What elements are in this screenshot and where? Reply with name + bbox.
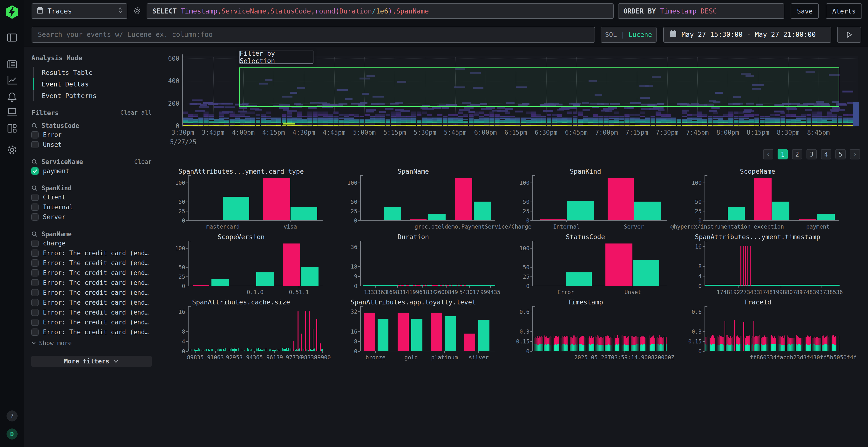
language-toggle[interactable]: SQL | Lucene: [600, 27, 656, 43]
chart-spankind[interactable]: SpanKind02550100InternalServer: [513, 166, 685, 232]
lucene-toggle[interactable]: Lucene: [628, 31, 652, 38]
run-query-button[interactable]: [837, 27, 861, 43]
filter-option[interactable]: payment: [31, 166, 152, 176]
sql-toggle[interactable]: SQL: [605, 31, 617, 38]
checkbox[interactable]: [31, 204, 38, 211]
bar: [567, 201, 594, 220]
search-input[interactable]: [32, 27, 595, 43]
checkbox[interactable]: [31, 269, 38, 276]
sessions-laptop-icon[interactable]: [7, 107, 18, 116]
checkbox[interactable]: [31, 260, 38, 267]
checkbox[interactable]: [31, 194, 38, 201]
analysis-mode-item-results-table[interactable]: Results Table: [33, 67, 152, 78]
timeline-y-tick: 200: [168, 100, 179, 107]
checkbox[interactable]: [31, 289, 38, 296]
pagination-page-3[interactable]: 3: [807, 149, 817, 160]
chart-statuscode[interactable]: StatusCode02550100ErrorUnset: [513, 232, 685, 297]
chart-spanattributes-yment-timestamp[interactable]: SpanAttributes...yment.timestamp04816174…: [685, 232, 858, 297]
pagination-page-5[interactable]: 5: [835, 149, 845, 160]
selection-rectangle[interactable]: [239, 67, 839, 107]
pagination-prev[interactable]: ‹: [763, 149, 773, 160]
filter-option[interactable]: Error: The credit card (end…: [31, 248, 152, 258]
chart-duration[interactable]: Duration09183613333631698314199618342600…: [341, 232, 513, 297]
filter-group-spanname: SpanNamechargeError: The credit card (en…: [31, 230, 152, 337]
filter-by-selection-tooltip[interactable]: Filter by Selection: [239, 50, 313, 64]
pagination-next[interactable]: ›: [850, 149, 860, 160]
chart-spanattributes-yment-card-type[interactable]: SpanAttributes...yment.card_type02550100…: [169, 166, 341, 232]
clear-link[interactable]: Clear: [134, 159, 152, 165]
filter-option[interactable]: Unset: [31, 140, 152, 149]
filter-option[interactable]: charge: [31, 238, 152, 248]
show-more-link[interactable]: Show more: [31, 339, 152, 347]
chart-scopename[interactable]: ScopeName02550100@hyperdx/instrumentatio…: [685, 166, 858, 232]
chart-timestamp[interactable]: Timestamp00.150.30.62025-05-28T03:59:14.…: [513, 297, 685, 363]
chart-explorer-icon[interactable]: [7, 75, 17, 85]
sidebar-toggle-icon[interactable]: [7, 33, 18, 42]
checkbox[interactable]: [31, 167, 38, 175]
filter-option[interactable]: Server: [31, 212, 152, 222]
filter-option[interactable]: Error: The credit card (end…: [31, 268, 152, 278]
chart-title: SpanAttributes.app.loyalty.level: [334, 299, 493, 306]
filter-option[interactable]: Error: The credit card (end…: [31, 287, 152, 298]
source-icon: [36, 6, 44, 16]
alerts-button[interactable]: Alerts: [826, 3, 862, 19]
x-tick-label: 999435: [480, 289, 500, 295]
x-tick-label: 94365: [246, 354, 263, 360]
chart-spanattributes-cache-size[interactable]: SpanAttributes.cache.size048168983591063…: [169, 297, 341, 363]
y-tick-label: 50: [523, 264, 529, 271]
timeline-plot[interactable]: [183, 56, 858, 126]
save-button[interactable]: Save: [790, 3, 819, 19]
pagination-page-2[interactable]: 2: [792, 149, 802, 160]
filter-option[interactable]: Error: The credit card (end…: [31, 327, 152, 337]
hyperdx-logo[interactable]: [5, 5, 19, 19]
checkbox[interactable]: [31, 299, 38, 306]
source-select[interactable]: Traces: [32, 3, 127, 19]
source-settings-gear-icon[interactable]: [133, 6, 141, 16]
checkbox[interactable]: [31, 279, 38, 286]
order-by-input[interactable]: ORDER BY Timestamp DESC: [618, 3, 784, 19]
checkbox[interactable]: [31, 319, 38, 326]
timeline-x-tick: 6:45pm: [565, 129, 588, 136]
chart-spanname[interactable]: SpanName02550100grpc.oteldemo.PaymentSer…: [341, 166, 513, 232]
dashboards-icon[interactable]: [7, 124, 17, 133]
spike: [740, 246, 741, 286]
events-timeline-chart[interactable]: Filter by Selection 0200400600 3:30pm3:4…: [159, 47, 868, 153]
filter-option[interactable]: Error: [31, 130, 152, 140]
x-tick-label: Unset: [624, 289, 641, 295]
more-filters-button[interactable]: More filters: [31, 356, 152, 367]
help-button[interactable]: ?: [6, 410, 18, 421]
filter-option[interactable]: Error: The credit card (end…: [31, 317, 152, 327]
chart-traceid[interactable]: TraceId00.150.30.6ff860334facdb23d3f430f…: [685, 297, 858, 363]
pagination-page-4[interactable]: 4: [821, 149, 831, 160]
pagination-page-1[interactable]: 1: [778, 149, 788, 160]
checkbox[interactable]: [31, 249, 38, 257]
filter-option[interactable]: Client: [31, 192, 152, 202]
analysis-mode-item-event-deltas[interactable]: Event Deltas: [33, 78, 152, 90]
clear-all-link[interactable]: Clear all: [120, 109, 152, 116]
checkbox[interactable]: [31, 329, 38, 336]
analysis-mode-item-event-patterns[interactable]: Event Patterns: [33, 90, 152, 101]
chart-scopeversion[interactable]: ScopeVersion025501000.1.00.51.1: [169, 232, 341, 297]
search-logs-icon[interactable]: [7, 60, 17, 69]
filter-option[interactable]: Error: The credit card (end…: [31, 278, 152, 287]
filter-option[interactable]: Error: The credit card (end…: [31, 307, 152, 317]
filter-option[interactable]: Error: The credit card (end…: [31, 258, 152, 268]
chart-title: ScopeName: [678, 168, 837, 175]
select-query-input[interactable]: SELECT Timestamp,ServiceName,StatusCode,…: [147, 3, 614, 19]
chart-spanattributes-app-loyalty-level[interactable]: SpanAttributes.app.loyalty.level081632br…: [341, 297, 513, 363]
checkbox[interactable]: [31, 309, 38, 316]
checkbox[interactable]: [31, 131, 38, 138]
avatar[interactable]: D: [6, 428, 18, 440]
checkbox[interactable]: [31, 141, 38, 148]
alerts-bell-icon[interactable]: [7, 92, 17, 102]
settings-gear-icon[interactable]: [7, 144, 18, 155]
topbar: Traces SELECT Timestamp,ServiceName,Stat…: [24, 0, 868, 47]
checkbox[interactable]: [31, 240, 38, 247]
date-range-picker[interactable]: May 27 15:30:00 - May 27 21:00:00: [663, 27, 831, 43]
filter-option[interactable]: Error: The credit card (end…: [31, 298, 152, 307]
checkbox[interactable]: [31, 213, 38, 220]
y-tick-label: 0: [526, 217, 529, 224]
y-tick-label: 4: [698, 273, 702, 279]
filter-option[interactable]: Internal: [31, 202, 152, 212]
y-tick-label: 100: [347, 180, 357, 186]
